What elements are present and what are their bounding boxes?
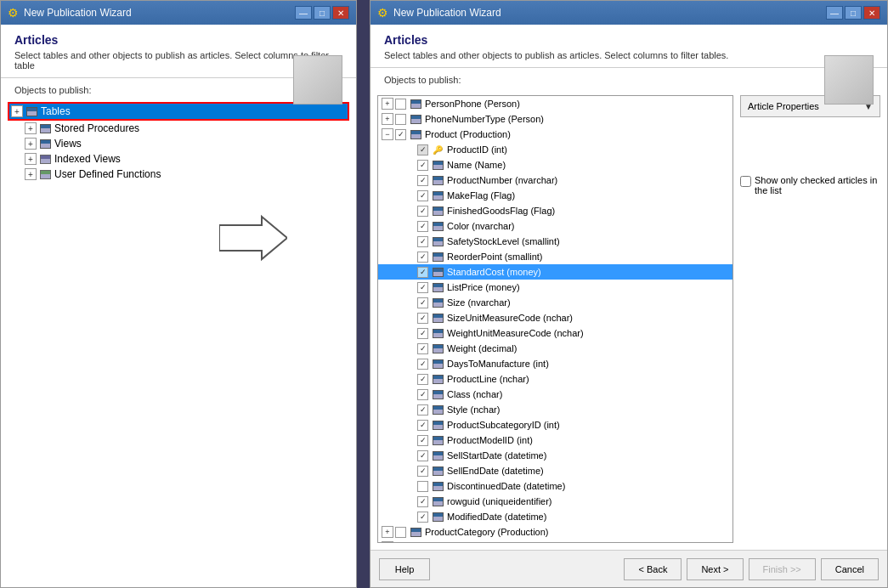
- list-item[interactable]: MakeFlag (Flag): [378, 188, 732, 203]
- productmodelid-check[interactable]: [417, 435, 428, 446]
- list-item[interactable]: + PhoneNumberType (Person): [378, 111, 732, 127]
- list-item[interactable]: Name (Name): [378, 157, 732, 172]
- help-button[interactable]: Help: [379, 558, 430, 580]
- sizeunit-check[interactable]: [417, 313, 428, 324]
- product-check[interactable]: [395, 129, 406, 140]
- sellstart-icon: [431, 449, 444, 461]
- right-minimize-btn[interactable]: —: [826, 6, 843, 20]
- tree-item-stored-procedures[interactable]: + Stored Procedures: [8, 121, 349, 136]
- discontinueddate-icon: [431, 480, 444, 492]
- makeflag-check[interactable]: [417, 190, 428, 201]
- list-item[interactable]: + ProductCategory (Production): [378, 524, 732, 540]
- list-item[interactable]: ProductNumber (nvarchar): [378, 172, 732, 188]
- list-item[interactable]: SizeUnitMeasureCode (nchar): [378, 310, 732, 325]
- stored-expand-btn[interactable]: +: [25, 122, 37, 134]
- tables-expand-btn[interactable]: +: [11, 105, 23, 117]
- personphone-expand[interactable]: +: [382, 98, 393, 110]
- color-check[interactable]: [417, 221, 428, 232]
- list-item[interactable]: + ProductCostHistory (Production): [378, 540, 732, 542]
- listprice-check[interactable]: [417, 282, 428, 293]
- productcosthistory-expand[interactable]: +: [382, 541, 393, 542]
- list-item[interactable]: FinishedGoodsFlag (Flag): [378, 203, 732, 218]
- productcategory-expand[interactable]: +: [382, 526, 393, 538]
- list-item[interactable]: SellStartDate (datetime): [378, 448, 732, 463]
- rowguid-check[interactable]: [417, 496, 428, 507]
- show-only-checked-checkbox[interactable]: [740, 176, 751, 187]
- productnumber-check[interactable]: [417, 175, 428, 186]
- weightunit-check[interactable]: [417, 328, 428, 339]
- discontinueddate-check[interactable]: [417, 481, 428, 492]
- name-check[interactable]: [417, 160, 428, 171]
- tree-item-views[interactable]: + Views: [8, 136, 349, 151]
- list-item[interactable]: DaysToManufacture (int): [378, 356, 732, 371]
- list-item[interactable]: ListPrice (money): [378, 280, 732, 295]
- weight-check[interactable]: [417, 343, 428, 354]
- weightunit-label: WeightUnitMeasureCode (nchar): [447, 328, 584, 338]
- list-item[interactable]: WeightUnitMeasureCode (nchar): [378, 325, 732, 341]
- productcosthistory-check[interactable]: [395, 542, 406, 543]
- list-item[interactable]: Class (nchar): [378, 387, 732, 402]
- tree-item-tables[interactable]: + Tables: [8, 102, 349, 121]
- finishedgoods-label: FinishedGoodsFlag (Flag): [447, 206, 555, 216]
- left-close-btn[interactable]: ✕: [332, 6, 349, 20]
- list-item[interactable]: + PersonPhone (Person): [378, 96, 732, 111]
- user-expand-btn[interactable]: +: [25, 168, 37, 180]
- rowguid-label: rowguid (uniqueidentifier): [447, 496, 552, 506]
- sellend-label: SellEndDate (datetime): [447, 466, 544, 476]
- left-maximize-btn[interactable]: □: [314, 6, 331, 20]
- phonetype-check[interactable]: [395, 114, 406, 125]
- list-item[interactable]: ModifiedDate (datetime): [378, 509, 732, 524]
- phonetype-expand[interactable]: +: [382, 113, 393, 125]
- list-item[interactable]: ProductLine (nchar): [378, 371, 732, 387]
- left-minimize-btn[interactable]: —: [295, 6, 312, 20]
- list-item[interactable]: SellEndDate (datetime): [378, 463, 732, 478]
- sizeunit-expand: [404, 312, 416, 324]
- objects-list[interactable]: + PersonPhone (Person) +: [378, 96, 732, 542]
- list-item[interactable]: DiscontinuedDate (datetime): [378, 478, 732, 494]
- indexed-expand-btn[interactable]: +: [25, 153, 37, 165]
- right-close-btn[interactable]: ✕: [863, 6, 880, 20]
- list-item[interactable]: Size (nvarchar): [378, 295, 732, 310]
- productcategory-check[interactable]: [395, 527, 406, 538]
- list-item[interactable]: Weight (decimal): [378, 341, 732, 356]
- size-check[interactable]: [417, 297, 428, 308]
- product-expand[interactable]: −: [382, 128, 393, 140]
- list-item[interactable]: StandardCost (money): [378, 264, 732, 280]
- style-check[interactable]: [417, 404, 428, 416]
- productid-check[interactable]: [417, 144, 428, 155]
- list-item[interactable]: ProductModelID (int): [378, 433, 732, 448]
- sellstart-check[interactable]: [417, 450, 428, 461]
- list-item[interactable]: rowguid (uniqueidentifier): [378, 494, 732, 509]
- sellend-check[interactable]: [417, 466, 428, 477]
- class-check[interactable]: [417, 389, 428, 400]
- productline-check[interactable]: [417, 374, 428, 385]
- list-item[interactable]: Color (nvarchar): [378, 218, 732, 234]
- tree-item-user-defined[interactable]: + User Defined Functions: [8, 167, 349, 182]
- next-button[interactable]: Next >: [687, 558, 743, 580]
- productsubcat-check[interactable]: [417, 420, 428, 431]
- finishedgoods-check[interactable]: [417, 206, 428, 217]
- tree-item-indexed-views[interactable]: + Indexed Views: [8, 151, 349, 167]
- daystomfg-check[interactable]: [417, 359, 428, 370]
- sellstart-expand: [404, 449, 416, 461]
- left-window: ⚙ New Publication Wizard — □ ✕ Articles …: [0, 0, 357, 588]
- back-button[interactable]: < Back: [624, 558, 682, 580]
- reorderpoint-check[interactable]: [417, 252, 428, 263]
- list-item[interactable]: − Product (Production): [378, 127, 732, 142]
- personphone-label: PersonPhone (Person): [425, 99, 520, 109]
- list-item[interactable]: ReorderPoint (smallint): [378, 249, 732, 264]
- views-expand-btn[interactable]: +: [25, 138, 37, 150]
- right-maximize-btn[interactable]: □: [845, 6, 862, 20]
- list-item[interactable]: SafetyStockLevel (smallint): [378, 234, 732, 249]
- right-footer: Help < Back Next > Finish >> Cancel: [370, 550, 887, 587]
- finish-button[interactable]: Finish >>: [749, 558, 816, 580]
- personphone-check[interactable]: [395, 99, 406, 110]
- cancel-button[interactable]: Cancel: [821, 558, 879, 580]
- tables-label: Tables: [41, 105, 71, 117]
- list-item[interactable]: Style (nchar): [378, 402, 732, 417]
- list-item[interactable]: 🔑 ProductID (int): [378, 142, 732, 157]
- modifieddate-check[interactable]: [417, 512, 428, 523]
- list-item[interactable]: ProductSubcategoryID (int): [378, 417, 732, 433]
- safetystocklevel-check[interactable]: [417, 236, 428, 247]
- standardcost-check[interactable]: [417, 267, 428, 278]
